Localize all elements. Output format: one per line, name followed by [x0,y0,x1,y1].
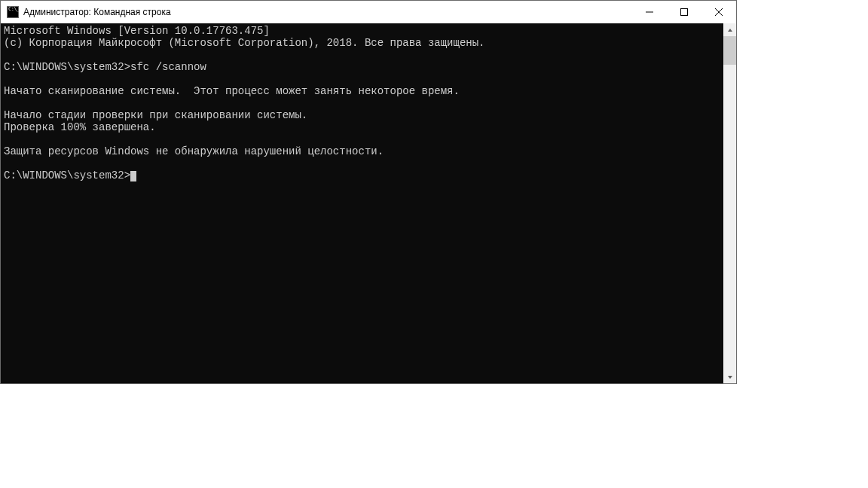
svg-rect-1 [681,9,688,16]
maximize-icon [680,8,688,16]
close-icon [715,8,723,16]
scroll-down-arrow-icon[interactable] [723,371,736,383]
svg-marker-4 [728,29,732,32]
window-title: Администратор: Командная строка [23,7,632,17]
scroll-thumb[interactable] [723,36,736,65]
terminal-line: Проверка 100% завершена. [4,121,723,133]
terminal-line [4,49,723,61]
scroll-up-arrow-icon[interactable] [723,23,736,36]
vertical-scrollbar[interactable] [723,23,736,383]
terminal-line [4,73,723,85]
scroll-track[interactable] [723,36,736,371]
close-button[interactable] [701,1,736,23]
client-area: Microsoft Windows [Version 10.0.17763.47… [1,23,736,383]
terminal-line [4,157,723,169]
text-cursor [130,171,136,181]
terminal-line [4,97,723,109]
terminal-line: Начало стадии проверки при сканировании … [4,109,723,121]
command-prompt-window: Администратор: Командная строка Microso [0,0,737,384]
terminal-line: Защита ресурсов Windows не обнаружила на… [4,145,723,157]
terminal-line: C:\WINDOWS\system32> [4,169,723,181]
window-controls [632,1,736,23]
minimize-button[interactable] [632,1,667,23]
minimize-icon [646,8,653,16]
terminal-line: Microsoft Windows [Version 10.0.17763.47… [4,25,723,37]
titlebar[interactable]: Администратор: Командная строка [1,1,736,23]
terminal-line: Начато сканирование системы. Этот процес… [4,85,723,97]
maximize-button[interactable] [667,1,701,23]
svg-marker-5 [728,376,732,379]
terminal-line: (c) Корпорация Майкрософт (Microsoft Cor… [4,37,723,49]
terminal-line [4,133,723,145]
cmd-icon [7,6,19,18]
terminal-line: C:\WINDOWS\system32>sfc /scannow [4,61,723,73]
terminal-output[interactable]: Microsoft Windows [Version 10.0.17763.47… [1,23,723,383]
